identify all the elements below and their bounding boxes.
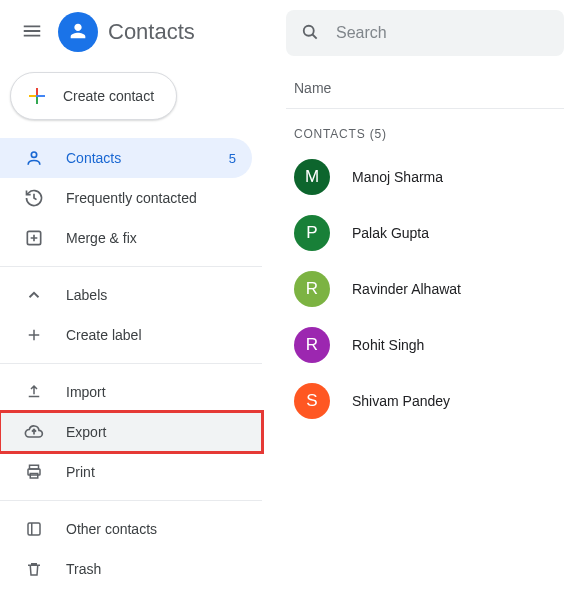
hamburger-menu-button[interactable] [12, 12, 52, 52]
section-label: CONTACTS (5) [286, 109, 564, 149]
avatar: R [294, 327, 330, 363]
sidebar-item-label: Contacts [66, 150, 229, 166]
sidebar-item-label: Import [66, 384, 236, 400]
sidebar-item-label: Other contacts [66, 521, 236, 537]
sidebar-item-trash[interactable]: Trash [0, 549, 252, 589]
avatar: M [294, 159, 330, 195]
app-logo [58, 12, 98, 52]
svg-point-5 [31, 152, 36, 157]
sidebar-item-label: Print [66, 464, 236, 480]
avatar: S [294, 383, 330, 419]
chevron-up-icon [24, 286, 44, 304]
contacts-list: MManoj SharmaPPalak GuptaRRavinder Alhaw… [286, 149, 564, 429]
svg-rect-4 [36, 95, 38, 97]
sidebar-item-other-contacts[interactable]: Other contacts [0, 509, 252, 549]
upload-icon [24, 383, 44, 401]
app-title: Contacts [108, 19, 195, 45]
divider [0, 500, 262, 501]
avatar: P [294, 215, 330, 251]
print-icon [24, 463, 44, 481]
sidebar-item-merge[interactable]: Merge & fix [0, 218, 252, 258]
sidebar-item-label: Labels [66, 287, 236, 303]
avatar: R [294, 271, 330, 307]
contact-name: Palak Gupta [352, 225, 429, 241]
sidebar-item-create-label[interactable]: Create label [0, 315, 252, 355]
sidebar-item-label: Create label [66, 327, 236, 343]
sidebar-item-print[interactable]: Print [0, 452, 252, 492]
search-icon [300, 22, 320, 45]
svg-rect-1 [36, 97, 38, 104]
svg-rect-10 [28, 523, 40, 535]
contact-row[interactable]: MManoj Sharma [286, 149, 564, 205]
sidebar-item-label: Export [66, 424, 246, 440]
sidebar-item-label: Frequently contacted [66, 190, 236, 206]
sidebar-item-label: Merge & fix [66, 230, 236, 246]
search-input[interactable] [334, 23, 550, 43]
sidebar-item-contacts[interactable]: Contacts 5 [0, 138, 252, 178]
history-icon [24, 188, 44, 208]
divider [0, 363, 262, 364]
svg-rect-0 [36, 88, 38, 95]
contact-row[interactable]: RRohit Singh [286, 317, 564, 373]
cloud-upload-icon [24, 422, 44, 442]
menu-icon [21, 20, 43, 45]
archive-icon [24, 520, 44, 538]
svg-point-11 [304, 25, 314, 35]
sidebar-item-export[interactable]: Export [0, 412, 262, 452]
create-contact-label: Create contact [63, 88, 154, 104]
contact-row[interactable]: RRavinder Alhawat [286, 261, 564, 317]
sidebar-item-import[interactable]: Import [0, 372, 252, 412]
contact-row[interactable]: PPalak Gupta [286, 205, 564, 261]
contact-name: Ravinder Alhawat [352, 281, 461, 297]
svg-rect-3 [38, 95, 45, 97]
contact-name: Manoj Sharma [352, 169, 443, 185]
sidebar: Contacts Create contact Contacts 5 Frequ… [0, 0, 262, 589]
sidebar-item-frequent[interactable]: Frequently contacted [0, 178, 252, 218]
person-icon [67, 20, 89, 45]
merge-icon [24, 228, 44, 248]
person-outline-icon [24, 148, 44, 168]
sidebar-item-labels[interactable]: Labels [0, 275, 252, 315]
contact-count: 5 [229, 151, 236, 166]
plus-outline-icon [24, 326, 44, 344]
svg-rect-2 [29, 95, 36, 97]
contact-row[interactable]: SShivam Pandey [286, 373, 564, 429]
column-header-name: Name [286, 56, 564, 109]
contact-name: Rohit Singh [352, 337, 424, 353]
contact-name: Shivam Pandey [352, 393, 450, 409]
main-panel: Name CONTACTS (5) MManoj SharmaPPalak Gu… [262, 0, 564, 589]
search-bar[interactable] [286, 10, 564, 56]
create-contact-button[interactable]: Create contact [10, 72, 177, 120]
svg-line-12 [313, 34, 317, 38]
sidebar-item-label: Trash [66, 561, 236, 577]
divider [0, 266, 262, 267]
trash-icon [24, 560, 44, 578]
plus-icon [25, 84, 49, 108]
